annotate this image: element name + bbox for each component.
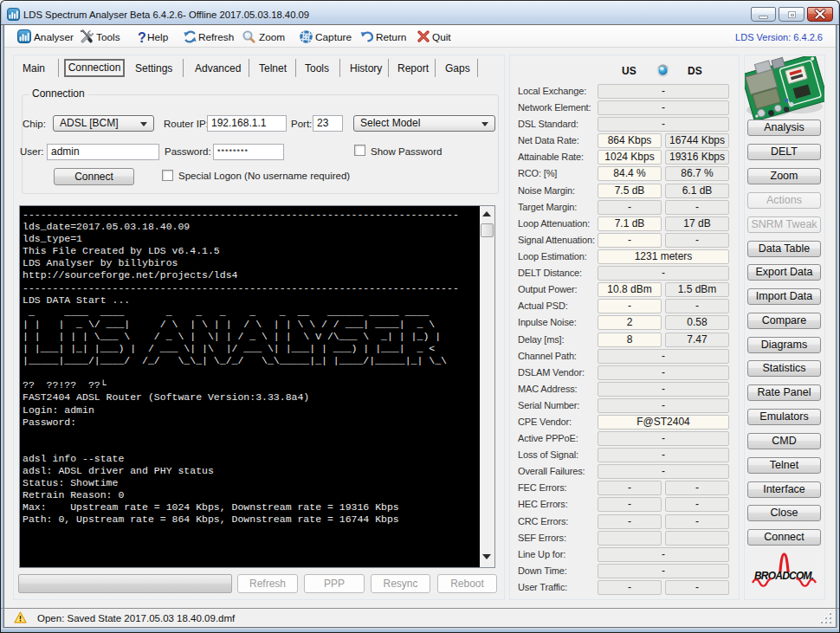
svg-text:?: ? [138, 30, 146, 45]
svg-text:BROADCOM.: BROADCOM. [754, 570, 814, 582]
